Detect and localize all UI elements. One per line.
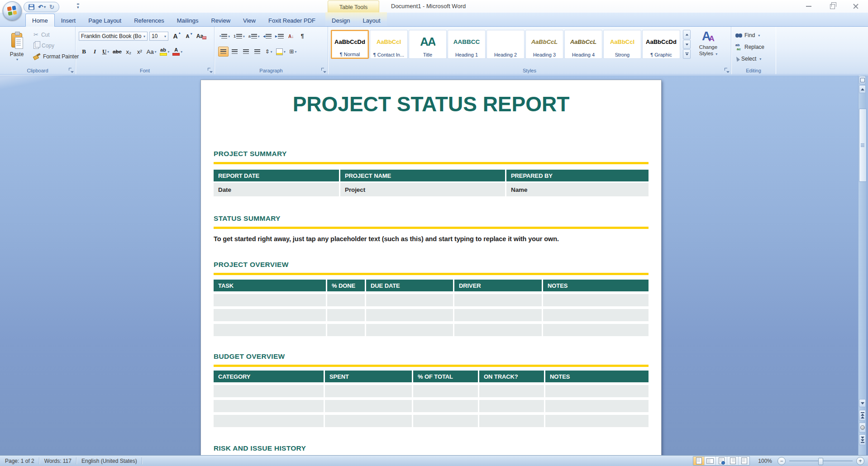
table-cell-empty[interactable] [545,415,649,427]
format-painter-button[interactable]: Format Painter [33,53,79,60]
table-cell-empty[interactable] [214,324,326,336]
close-button[interactable] [851,2,861,10]
language-indicator[interactable]: English (United States) [76,456,142,466]
word-count[interactable]: Words: 117 [39,456,76,466]
table-cell-empty[interactable] [366,324,453,336]
table-header-cell[interactable]: ON TRACK? [479,371,544,382]
underline-button[interactable]: U▾ [100,47,111,57]
table-header-cell[interactable]: NOTES [545,371,649,382]
scroll-up-button[interactable] [859,85,866,93]
tab-design[interactable]: Design [325,14,356,26]
strikethrough-button[interactable]: abe [111,47,123,57]
font-name-select[interactable]: Franklin Gothic Book (Bo ▾ [79,32,148,41]
line-spacing-button[interactable]: ⇕▾ [263,47,274,57]
change-case-button[interactable]: Aa▾ [145,47,158,57]
vertical-scrollbar[interactable] [858,75,866,455]
table-cell-empty[interactable] [454,309,542,321]
decrease-indent-button[interactable]: ◂ [262,31,273,41]
select-button[interactable]: Select ▾ [735,56,761,62]
zoom-level[interactable]: 100% [758,458,772,464]
clear-formatting-button[interactable]: Aa [195,31,205,41]
table-cell-empty[interactable] [214,415,324,427]
replace-button[interactable]: Replace [735,44,764,50]
paste-button[interactable]: Paste ▾ [3,30,31,69]
sort-button[interactable]: A↓ [286,31,296,41]
paragraph-dialog-launcher[interactable] [321,67,326,72]
multilevel-list-button[interactable]: a▾ [247,31,261,41]
restore-button[interactable] [827,2,837,10]
table-cell-empty[interactable] [545,385,649,397]
zoom-out-button[interactable]: − [777,457,786,465]
numbering-button[interactable]: 1▾ [232,31,246,41]
paste-dropdown[interactable]: ▾ [16,57,18,62]
table-header-cell[interactable]: CATEGORY [214,371,324,382]
tab-mailings[interactable]: Mailings [171,14,205,26]
font-name-dropdown[interactable]: ▾ [142,34,145,38]
bold-button[interactable]: B [79,47,89,57]
table-header-cell[interactable]: DRIVER [454,280,542,291]
tab-home[interactable]: Home [25,14,55,27]
align-right-button[interactable] [241,47,251,57]
table-header-cell[interactable]: % OF TOTAL [413,371,478,382]
show-hide-pilcrow-button[interactable]: ¶ [297,31,308,41]
save-button[interactable] [29,4,34,10]
styles-scroll-down-button[interactable] [683,40,691,49]
clipboard-dialog-launcher[interactable] [68,67,73,72]
tab-layout[interactable]: Layout [356,14,386,26]
style-strong[interactable]: AaBbCcl Strong [603,30,641,59]
section-heading-status-summary[interactable]: STATUS SUMMARY [214,214,649,223]
status-summary-text[interactable]: To get started right away, just tap any … [214,235,649,243]
select-browse-object-button[interactable] [859,423,866,433]
page-indicator[interactable]: Page: 1 of 2 [0,456,39,466]
italic-button[interactable]: I [90,47,100,57]
change-styles-button[interactable]: AA Change Styles ▾ [694,30,723,70]
table-cell-empty[interactable] [545,400,649,412]
table-cell-empty[interactable] [327,294,365,306]
font-size-dropdown[interactable]: ▾ [162,34,166,38]
font-size-select[interactable]: 10 ▾ [149,32,168,41]
table-cell-empty[interactable] [543,309,649,321]
section-heading-project-summary[interactable]: PROJECT SUMMARY [214,150,649,158]
section-heading-budget-overview[interactable]: BUDGET OVERVIEW [214,352,649,361]
table-cell-empty[interactable] [479,415,544,427]
redo-button[interactable]: ↻ [49,4,54,10]
subscript-button[interactable]: x₂ [124,47,134,57]
table-header-cell[interactable]: PREPARED BY [506,170,649,181]
table-cell-empty[interactable] [327,309,365,321]
table-cell-empty[interactable] [325,385,412,397]
scroll-down-button[interactable] [859,399,866,407]
grow-font-button[interactable]: A▴ [170,31,181,41]
scrollbar-thumb[interactable] [859,109,867,182]
table-cell-empty[interactable] [454,324,542,336]
table-header-cell[interactable]: NOTES [543,280,649,291]
customize-qat-button[interactable]: ▾ [77,4,79,10]
table-cell-empty[interactable] [366,309,453,321]
table-cell-empty[interactable] [327,324,365,336]
table-cell-empty[interactable] [413,385,478,397]
print-layout-view-button[interactable] [693,456,705,465]
ruler-toggle-button[interactable] [859,76,866,84]
font-dialog-launcher[interactable] [207,67,212,72]
increase-indent-button[interactable]: ▸ [274,31,285,41]
outline-view-button[interactable] [727,456,739,465]
font-color-button[interactable]: A ▾ [171,47,184,57]
tab-references[interactable]: References [128,14,170,26]
cut-button[interactable]: ✂ Cut [33,31,79,38]
zoom-slider-thumb[interactable] [818,458,823,465]
full-screen-reading-view-button[interactable] [705,456,716,465]
next-page-button[interactable] [859,434,866,445]
table-cell-empty[interactable] [413,415,478,427]
table-cell-empty[interactable] [543,294,649,306]
tab-page-layout[interactable]: Page Layout [82,14,128,26]
style-heading-4[interactable]: AaBbCcL Heading 4 [564,30,602,59]
undo-dropdown[interactable]: ▾ [44,5,46,9]
table-cell[interactable]: Name [506,183,649,196]
table-cell-empty[interactable] [214,400,324,412]
table-header-cell[interactable]: SPENT [325,371,412,382]
table-cell-empty[interactable] [454,294,542,306]
styles-scroll-up-button[interactable] [683,30,691,39]
zoom-in-button[interactable]: + [856,457,864,465]
table-header-cell[interactable]: REPORT DATE [214,170,339,181]
style-heading-2[interactable]: Heading 2 [486,30,525,59]
table-header-cell[interactable]: PROJECT NAME [340,170,505,181]
